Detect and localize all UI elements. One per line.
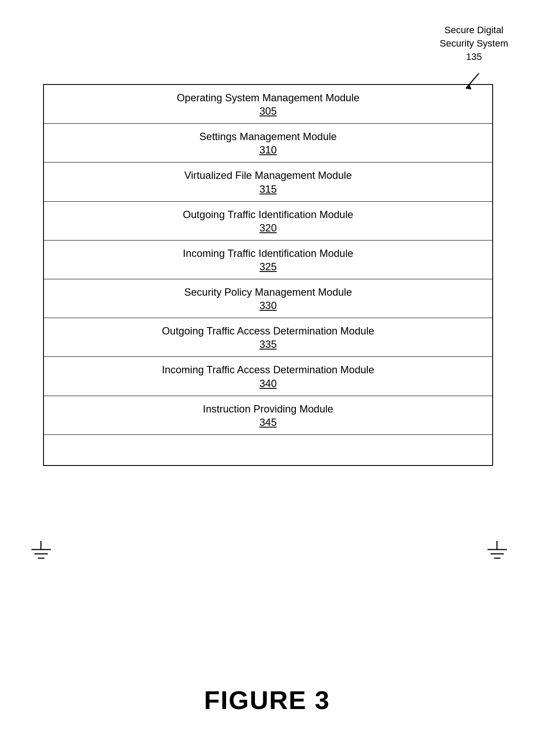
module-row: Operating System Management Module305 (44, 85, 492, 124)
module-number: 345 (259, 416, 276, 428)
module-row: Security Policy Management Module330 (44, 279, 492, 318)
module-name: Security Policy Management Module (184, 285, 352, 299)
system-label-line1: Secure Digital (444, 25, 503, 35)
module-name: Instruction Providing Module (203, 402, 333, 415)
module-row: Outgoing Traffic Identification Module32… (44, 202, 492, 241)
module-name: Incoming Traffic Access Determination Mo… (162, 363, 374, 376)
module-name: Virtualized File Management Module (184, 169, 352, 182)
module-row: Outgoing Traffic Access Determination Mo… (44, 318, 492, 357)
module-number: 310 (259, 144, 276, 156)
module-row: Incoming Traffic Identification Module32… (44, 241, 492, 279)
module-name: Operating System Management Module (177, 91, 359, 104)
page: Secure Digital Security System 135 Opera… (0, 0, 534, 756)
empty-row (44, 435, 492, 465)
module-name: Incoming Traffic Identification Module (183, 247, 354, 260)
ground-symbol-left (29, 541, 53, 571)
system-label: Secure Digital Security System 135 (440, 24, 508, 63)
module-number: 335 (259, 338, 276, 350)
module-name: Settings Management Module (199, 130, 337, 143)
module-number: 315 (259, 183, 276, 195)
system-label-line2: Security System (440, 38, 508, 49)
module-number: 305 (259, 105, 276, 117)
module-number: 320 (259, 222, 276, 234)
module-row: Settings Management Module310 (44, 124, 492, 162)
ground-symbol-right (485, 541, 509, 571)
module-number: 325 (259, 261, 276, 273)
system-label-number: 135 (466, 51, 482, 62)
figure-caption: FIGURE 3 (0, 685, 534, 715)
module-row: Instruction Providing Module345 (44, 396, 492, 435)
module-number: 340 (259, 378, 276, 390)
module-row: Virtualized File Management Module315 (44, 162, 492, 201)
module-name: Outgoing Traffic Access Determination Mo… (162, 324, 374, 337)
diagram-box: Operating System Management Module305Set… (43, 84, 493, 466)
module-row: Incoming Traffic Access Determination Mo… (44, 357, 492, 396)
module-name: Outgoing Traffic Identification Module (183, 208, 354, 221)
module-number: 330 (259, 300, 276, 312)
